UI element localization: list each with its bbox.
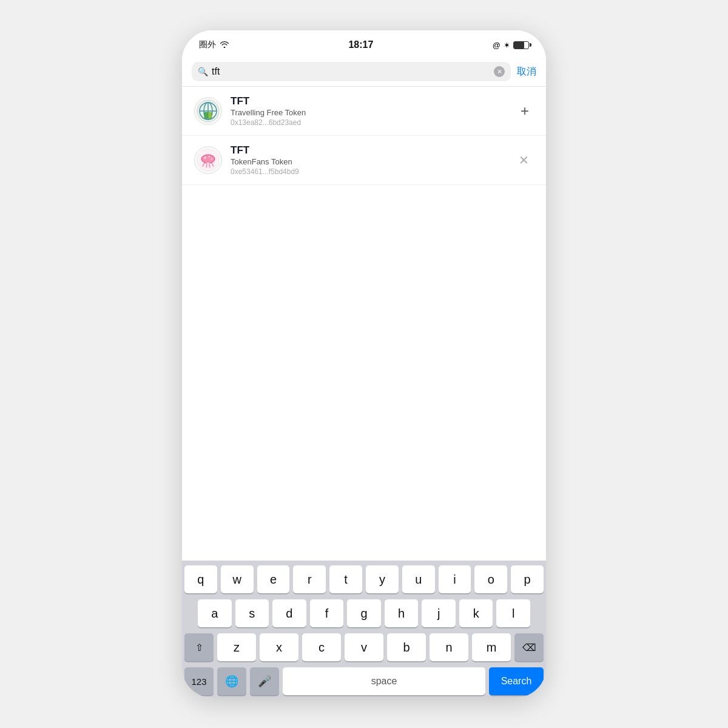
numbers-key[interactable]: 123 — [184, 667, 214, 695]
shift-icon: ⇧ — [195, 642, 203, 653]
bluetooth-icon: ✶ — [504, 41, 510, 50]
svg-point-11 — [209, 156, 211, 158]
key-w[interactable]: w — [221, 565, 254, 593]
svg-rect-5 — [204, 112, 208, 118]
status-time: 18:17 — [348, 39, 373, 50]
key-l[interactable]: l — [496, 599, 530, 627]
key-i[interactable]: i — [439, 565, 471, 593]
search-icon: 🔍 — [198, 67, 208, 76]
key-e[interactable]: e — [257, 565, 290, 593]
key-y[interactable]: y — [366, 565, 399, 593]
svg-line-15 — [206, 164, 207, 167]
key-u[interactable]: u — [402, 565, 435, 593]
key-c[interactable]: c — [302, 633, 341, 661]
keyboard-row-4: 123 🌐 🎤 space Search — [184, 667, 544, 695]
keyboard: q w e r t y u i o p a s d f g h j k l ⇧ — [182, 561, 546, 698]
key-b[interactable]: b — [387, 633, 426, 661]
key-k[interactable]: k — [459, 599, 493, 627]
mic-icon: 🎤 — [258, 675, 271, 688]
key-t[interactable]: t — [329, 565, 362, 593]
results-list: TFT Travelling Free Token 0x13ea82...6bd… — [182, 87, 546, 561]
microphone-key[interactable]: 🎤 — [250, 667, 279, 695]
key-m[interactable]: m — [472, 633, 511, 661]
svg-point-10 — [204, 157, 206, 159]
token-fullname-2: TokenFans Token — [231, 157, 505, 166]
space-key[interactable]: space — [283, 667, 485, 695]
key-q[interactable]: q — [184, 565, 217, 593]
search-input[interactable]: tft — [212, 66, 490, 77]
carrier-label: 圈外 — [199, 39, 216, 50]
clear-icon: ✕ — [497, 69, 502, 75]
wifi-icon — [220, 40, 229, 50]
key-x[interactable]: x — [260, 633, 298, 661]
battery-indicator — [513, 41, 529, 49]
token-icon-1 — [194, 97, 222, 125]
svg-line-16 — [209, 164, 210, 167]
cancel-button[interactable]: 取消 — [517, 66, 536, 78]
key-p[interactable]: p — [511, 565, 544, 593]
key-r[interactable]: r — [293, 565, 326, 593]
keyboard-row-2: a s d f g h j k l — [184, 599, 544, 627]
token-address-1: 0x13ea82...6bd23aed — [231, 118, 507, 127]
token-icon-2 — [194, 146, 222, 174]
token-fullname-1: Travelling Free Token — [231, 108, 507, 117]
phone-frame: 圈外 18:17 @ ✶ 🔍 tft ✕ 取 — [182, 30, 546, 698]
key-f[interactable]: f — [310, 599, 344, 627]
globe-key[interactable]: 🌐 — [217, 667, 246, 695]
search-input-wrapper[interactable]: 🔍 tft ✕ — [192, 62, 511, 81]
keyboard-row-1: q w e r t y u i o p — [184, 565, 544, 593]
token-info-2: TFT TokenFans Token 0xe53461...f5bd4bd9 — [231, 144, 505, 176]
key-j[interactable]: j — [422, 599, 456, 627]
token-symbol-2: TFT — [231, 144, 505, 157]
status-bar: 圈外 18:17 @ ✶ — [182, 30, 546, 57]
token-result-item: TFT Travelling Free Token 0x13ea82...6bd… — [182, 87, 546, 136]
key-d[interactable]: d — [272, 599, 306, 627]
clear-button[interactable]: ✕ — [494, 66, 505, 77]
token-address-2: 0xe53461...f5bd4bd9 — [231, 167, 505, 176]
search-key[interactable]: Search — [489, 667, 544, 695]
svg-rect-6 — [208, 112, 212, 118]
token-symbol-1: TFT — [231, 95, 507, 107]
status-right: @ ✶ — [493, 41, 529, 50]
key-z[interactable]: z — [217, 633, 256, 661]
add-token-button-1[interactable]: + — [516, 100, 534, 122]
key-a[interactable]: a — [198, 599, 232, 627]
delete-key[interactable]: ⌫ — [514, 633, 544, 661]
globe-icon: 🌐 — [225, 675, 238, 688]
key-g[interactable]: g — [347, 599, 381, 627]
remove-token-button-2[interactable]: ✕ — [514, 150, 534, 170]
status-left: 圈外 — [199, 39, 229, 50]
search-bar-area: 🔍 tft ✕ 取消 — [182, 57, 546, 87]
shift-key[interactable]: ⇧ — [184, 633, 214, 661]
key-h[interactable]: h — [385, 599, 419, 627]
keyboard-row-3: ⇧ z x c v b n m ⌫ — [184, 633, 544, 661]
key-o[interactable]: o — [474, 565, 507, 593]
delete-icon: ⌫ — [522, 642, 536, 653]
key-s[interactable]: s — [235, 599, 269, 627]
token-info-1: TFT Travelling Free Token 0x13ea82...6bd… — [231, 95, 507, 127]
location-icon: @ — [493, 41, 500, 50]
token-result-item: TFT TokenFans Token 0xe53461...f5bd4bd9 … — [182, 136, 546, 185]
key-v[interactable]: v — [345, 633, 383, 661]
key-n[interactable]: n — [430, 633, 468, 661]
svg-point-12 — [211, 158, 213, 160]
